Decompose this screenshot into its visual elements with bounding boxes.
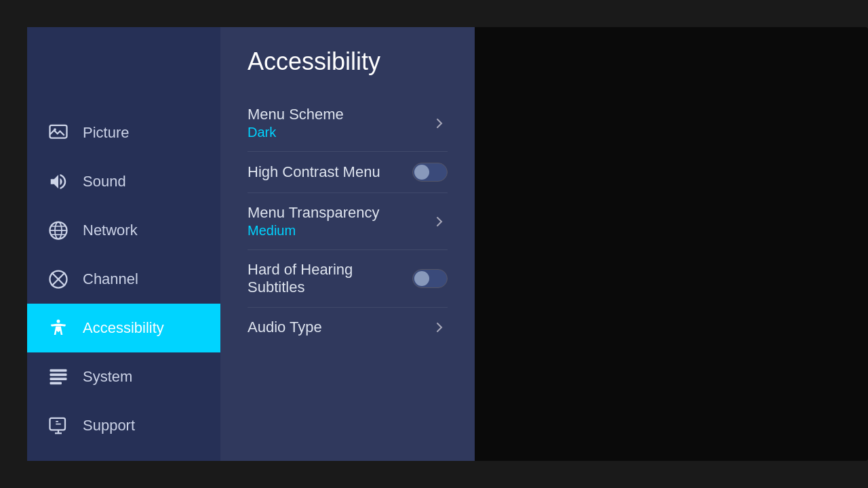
menu-scheme-right [431,115,448,131]
sidebar-item-label-network: Network [83,222,138,239]
menu-transparency-value: Medium [248,223,379,239]
sound-icon [46,169,71,194]
audio-type-right [431,319,448,336]
menu-item-high-contrast[interactable]: High Contrast Menu [248,152,448,193]
main-content: Accessibility Menu Scheme Dark High Cont… [220,27,475,461]
menu-transparency-label: Menu Transparency [248,204,379,222]
menu-item-transparency-left: Menu Transparency Medium [248,204,379,239]
high-contrast-right [412,163,448,182]
hard-of-hearing-toggle[interactable] [412,269,448,288]
menu-item-hard-of-hearing-left: Hard of Hearing Subtitles [248,261,412,296]
menu-item-audio-type-left: Audio Type [248,319,322,336]
menu-container: Picture Sound Network Channel Accessibil [27,27,475,461]
sidebar-item-label-accessibility: Accessibility [83,319,164,337]
high-contrast-label: High Contrast Menu [248,163,380,181]
sidebar-item-channel[interactable]: Channel [27,255,220,304]
sidebar-item-sound[interactable]: Sound [27,157,220,206]
menu-scheme-label: Menu Scheme [248,106,344,123]
support-icon [46,413,71,438]
sidebar-item-label-support: Support [83,417,135,434]
sidebar-item-label-sound: Sound [83,173,126,190]
tv-screen-right [475,27,868,461]
menu-transparency-right [431,214,448,230]
svg-rect-12 [50,373,67,376]
menu-item-audio-type[interactable]: Audio Type [248,308,448,347]
menu-item-menu-transparency[interactable]: Menu Transparency Medium [248,193,448,250]
audio-type-chevron-icon [431,319,448,336]
menu-scheme-value: Dark [248,125,344,140]
hard-of-hearing-right [412,269,448,288]
audio-type-label: Audio Type [248,319,322,336]
picture-icon [46,121,71,145]
sidebar-item-system[interactable]: System [27,352,220,401]
channel-icon [46,267,71,291]
network-icon [46,218,71,243]
sidebar-item-label-channel: Channel [83,270,138,288]
sidebar-item-support[interactable]: Support [27,401,220,450]
sidebar: Picture Sound Network Channel Accessibil [27,27,220,461]
menu-item-hard-of-hearing[interactable]: Hard of Hearing Subtitles [248,250,448,308]
menu-item-menu-scheme-left: Menu Scheme Dark [248,106,344,140]
sidebar-item-label-system: System [83,368,132,386]
svg-point-10 [57,320,60,323]
menu-transparency-chevron-icon [431,214,448,230]
sidebar-item-label-picture: Picture [83,124,129,142]
svg-rect-11 [50,369,67,372]
page-title: Accessibility [248,47,448,76]
high-contrast-toggle[interactable] [412,163,448,182]
svg-rect-13 [50,378,67,380]
svg-point-1 [54,128,56,131]
sidebar-item-network[interactable]: Network [27,206,220,255]
accessibility-icon [46,316,71,340]
hard-of-hearing-label: Hard of Hearing Subtitles [248,261,412,296]
menu-item-menu-scheme[interactable]: Menu Scheme Dark [248,95,448,152]
sidebar-item-accessibility[interactable]: Accessibility [27,304,220,352]
svg-rect-14 [50,382,62,385]
system-icon [46,365,71,389]
sidebar-item-picture[interactable]: Picture [27,108,220,157]
menu-item-high-contrast-left: High Contrast Menu [248,163,380,181]
menu-scheme-chevron-icon [431,115,448,131]
